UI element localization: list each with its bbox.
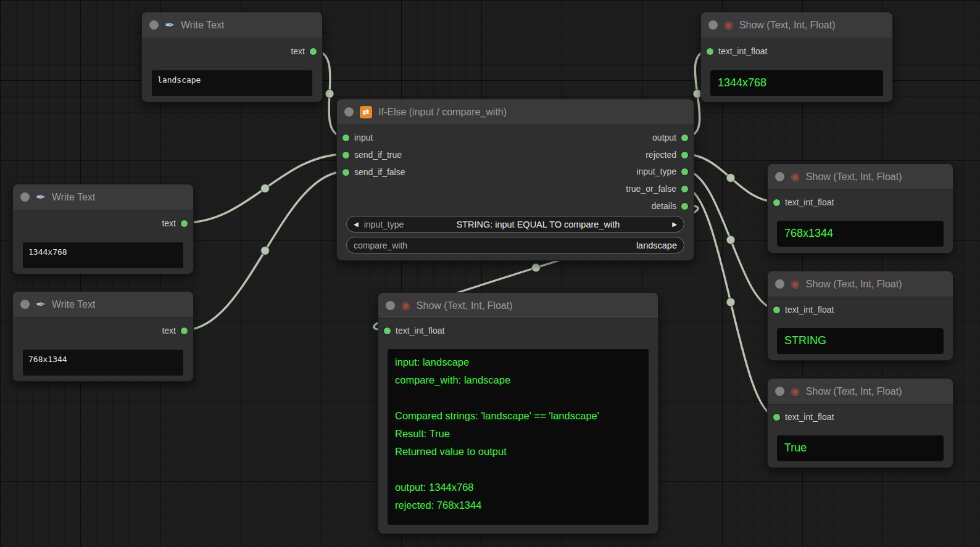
eye-icon: ◉ <box>791 386 800 397</box>
input-port-text_int_float: text_int_float <box>773 411 834 423</box>
link-midpoint-dot[interactable] <box>726 174 735 183</box>
output-port-dot[interactable] <box>681 168 688 175</box>
link-midpoint-dot[interactable] <box>261 184 270 193</box>
collapse-dot[interactable] <box>775 172 784 181</box>
input-port-dot[interactable] <box>773 199 780 206</box>
widget-label: input_type <box>364 220 404 229</box>
input-port-text_int_float: text_int_float <box>384 324 444 337</box>
combo-left-arrow-icon[interactable]: ◀ <box>354 221 359 228</box>
node-titlebar[interactable]: ⇄If-Else (input / compare_with) <box>337 99 694 125</box>
input-port-label: text_int_float <box>785 412 834 422</box>
node-title: Write Text <box>52 299 96 310</box>
widget-value: landscape <box>413 241 677 250</box>
eye-icon: ◉ <box>791 171 800 182</box>
text-input-field[interactable]: 1344x768 <box>23 242 183 268</box>
output-port-text: text <box>162 217 188 229</box>
input-port-dot[interactable] <box>773 306 780 313</box>
node-show-4[interactable]: ◉Show (Text, Int, Float)text_int_floatTr… <box>767 378 953 468</box>
output-port-dot[interactable] <box>181 327 188 334</box>
node-show-1[interactable]: ◉Show (Text, Int, Float)text_int_float13… <box>700 12 893 102</box>
node-write-text-3[interactable]: ✒Write Texttext768x1344 <box>12 291 194 382</box>
input-port-label: text_int_float <box>785 197 834 207</box>
node-title: Show (Text, Int, Float) <box>806 171 902 183</box>
value-display: STRING <box>777 328 944 354</box>
output-port-text: text <box>162 324 188 337</box>
input-port-dot[interactable] <box>773 414 780 421</box>
node-title: Write Text <box>52 192 96 203</box>
widget-label: compare_with <box>354 241 407 250</box>
node-write-text-2[interactable]: ✒Write Texttext1344x768 <box>12 184 194 274</box>
input-port-text_int_float: text_int_float <box>773 303 834 316</box>
node-show-2[interactable]: ◉Show (Text, Int, Float)text_int_float76… <box>767 163 953 253</box>
link-midpoint-dot[interactable] <box>532 263 541 272</box>
node-title: Show (Text, Int, Float) <box>806 386 902 397</box>
input-port-dot[interactable] <box>343 169 349 176</box>
node-titlebar[interactable]: ✒Write Text <box>13 292 193 318</box>
collapse-dot[interactable] <box>775 387 784 396</box>
pen-icon: ✒ <box>36 191 46 203</box>
node-titlebar[interactable]: ◉Show (Text, Int, Float) <box>378 293 658 319</box>
node-title: Show (Text, Int, Float) <box>806 279 902 290</box>
output-port-label: text <box>291 46 305 56</box>
output-port-dot[interactable] <box>681 186 688 192</box>
output-port-input_type: input_type <box>636 165 688 178</box>
text-widget-compare_with[interactable]: compare_withlandscape <box>346 237 684 253</box>
output-port-text: text <box>291 45 317 57</box>
input-port-label: text_int_float <box>718 46 767 56</box>
link-midpoint-dot[interactable] <box>261 247 270 255</box>
node-write-text-1[interactable]: ✒Write Texttextlandscape <box>141 12 323 102</box>
node-if-else[interactable]: ⇄If-Else (input / compare_with)inputsend… <box>336 99 694 261</box>
combo-widget-input_type[interactable]: ◀input_typeSTRING: input EQUAL TO compar… <box>346 216 684 232</box>
input-port-text_int_float: text_int_float <box>707 45 767 57</box>
value-display: 1344x768 <box>710 70 883 96</box>
node-titlebar[interactable]: ◉Show (Text, Int, Float) <box>768 379 953 405</box>
collapse-dot[interactable] <box>149 20 159 30</box>
input-port-dot[interactable] <box>343 134 349 141</box>
eye-icon: ◉ <box>401 300 410 311</box>
link-midpoint-dot[interactable] <box>726 298 735 306</box>
output-port-details: details <box>652 200 688 212</box>
input-port-text_int_float: text_int_float <box>773 196 834 208</box>
output-port-dot[interactable] <box>681 152 688 158</box>
combo-right-arrow-icon[interactable]: ▶ <box>672 221 677 228</box>
collapse-dot[interactable] <box>344 107 354 117</box>
node-show-details[interactable]: ◉Show (Text, Int, Float)text_int_floatin… <box>378 292 658 534</box>
collapse-dot[interactable] <box>20 300 30 309</box>
input-port-send_if_false: send_if_false <box>343 166 405 178</box>
input-port-dot[interactable] <box>707 48 713 55</box>
shuffle-icon: ⇄ <box>360 106 372 118</box>
node-title: Write Text <box>181 20 225 31</box>
input-port-dot[interactable] <box>384 327 391 334</box>
pen-icon: ✒ <box>165 19 175 31</box>
node-graph-canvas[interactable]: ✒Write Texttextlandscape✒Write Texttext1… <box>0 0 980 547</box>
collapse-dot[interactable] <box>20 192 30 202</box>
node-show-3[interactable]: ◉Show (Text, Int, Float)text_int_floatST… <box>767 271 953 361</box>
node-titlebar[interactable]: ✒Write Text <box>13 184 193 210</box>
text-input-field[interactable]: landscape <box>152 70 312 96</box>
link-midpoint-dot[interactable] <box>325 89 334 98</box>
output-port-label: text <box>162 326 176 335</box>
output-port-dot[interactable] <box>181 220 188 227</box>
link-midpoint-dot[interactable] <box>726 236 735 244</box>
node-titlebar[interactable]: ◉Show (Text, Int, Float) <box>768 271 953 297</box>
value-display: True <box>777 435 944 461</box>
node-titlebar[interactable]: ◉Show (Text, Int, Float) <box>701 12 892 38</box>
input-port-input: input <box>343 131 373 144</box>
eye-icon: ◉ <box>791 279 800 289</box>
text-input-field[interactable]: 768x1344 <box>23 350 183 376</box>
collapse-dot[interactable] <box>708 20 718 30</box>
input-port-label: send_if_true <box>354 150 402 160</box>
collapse-dot[interactable] <box>386 301 395 310</box>
output-port-label: details <box>652 201 676 211</box>
output-port-dot[interactable] <box>310 48 317 55</box>
node-titlebar[interactable]: ◉Show (Text, Int, Float) <box>768 164 953 190</box>
collapse-dot[interactable] <box>775 279 784 289</box>
input-port-label: input <box>354 133 373 142</box>
input-port-dot[interactable] <box>343 152 349 158</box>
value-display: input: landscape compare_with: landscape… <box>388 349 649 525</box>
node-title: Show (Text, Int, Float) <box>739 20 836 31</box>
output-port-dot[interactable] <box>681 134 688 141</box>
output-port-label: text <box>162 218 176 228</box>
output-port-dot[interactable] <box>681 203 688 210</box>
node-titlebar[interactable]: ✒Write Text <box>142 12 322 38</box>
